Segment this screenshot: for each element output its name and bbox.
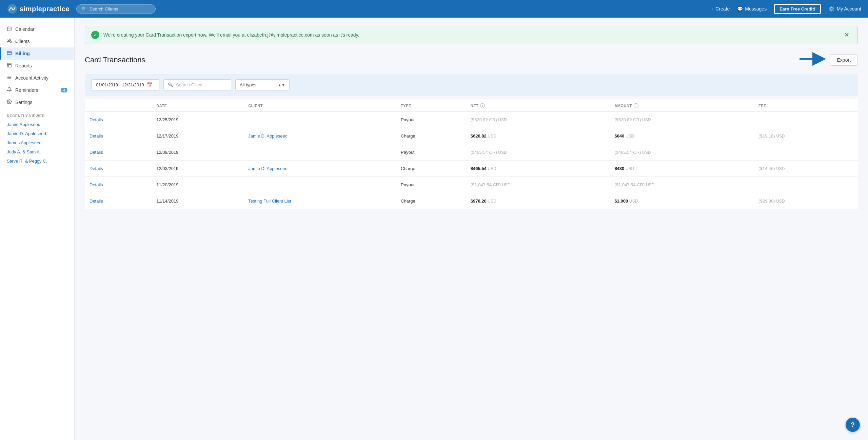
- table-row: Details12/03/2019Jamie D. AppleseedCharg…: [85, 161, 858, 177]
- recent-link-4[interactable]: Steve R. & Peggy C.: [0, 156, 74, 166]
- row-fee: ($29.80) USD: [754, 193, 858, 209]
- type-select[interactable]: All types ▲▼: [235, 79, 290, 90]
- sidebar-label-settings: Settings: [15, 100, 33, 105]
- earn-credit-button[interactable]: Earn Free Credit!: [774, 4, 821, 14]
- net-info-icon[interactable]: i: [480, 103, 485, 108]
- clients-icon: [7, 38, 12, 44]
- row-details-link[interactable]: Details: [85, 193, 152, 209]
- fee-value: ($14.46): [758, 166, 775, 171]
- logo-text: simplepractice: [20, 5, 70, 13]
- amount-info-icon[interactable]: i: [634, 103, 638, 108]
- search-bar[interactable]: 🔍: [76, 4, 156, 14]
- row-client[interactable]: Jamie D. Appleseed: [243, 161, 396, 177]
- row-amount: $640 USD: [610, 128, 754, 144]
- details-link[interactable]: Details: [90, 133, 103, 139]
- net-currency: USD: [498, 118, 507, 122]
- row-amount: $480 USD: [610, 161, 754, 177]
- net-value: $465.54: [471, 166, 487, 171]
- type-select-value: All types: [240, 82, 256, 87]
- client-link[interactable]: Testing Full Client List: [248, 198, 291, 204]
- row-client: [243, 144, 396, 161]
- sidebar-item-clients[interactable]: Clients: [0, 35, 74, 47]
- help-button[interactable]: ?: [846, 418, 860, 432]
- row-net: ($1,047.54 CR) USD: [466, 177, 610, 193]
- sidebar-item-calendar[interactable]: Calendar: [0, 23, 74, 35]
- row-net: ($620.82 CR) USD: [466, 112, 610, 128]
- col-amount: AMOUNT i: [610, 99, 754, 112]
- amount-value: ($465.54 CR): [614, 150, 641, 155]
- export-area: Export: [800, 52, 858, 68]
- table-body: Details12/25/2019Payout($620.82 CR) USD(…: [85, 112, 858, 209]
- net-value: ($1,047.54 CR): [471, 182, 501, 187]
- row-date: 12/25/2019: [152, 112, 243, 128]
- details-link[interactable]: Details: [90, 182, 103, 187]
- logo[interactable]: simplepractice: [7, 3, 70, 14]
- calendar-icon: [7, 26, 12, 32]
- sidebar-item-reports[interactable]: Reports: [0, 60, 74, 72]
- recent-link-1[interactable]: Jamie D. Appleseed: [0, 129, 74, 138]
- sidebar-label-account-activity: Account Activity: [15, 75, 48, 81]
- recent-link-2[interactable]: James Appleseed: [0, 138, 74, 147]
- arrow-right-icon: [800, 52, 827, 68]
- row-details-link[interactable]: Details: [85, 144, 152, 161]
- recent-link-3[interactable]: Judy A. & Sam A.: [0, 147, 74, 156]
- amount-value: $1,000: [614, 198, 628, 204]
- alert-banner: ✓ We're creating your Card Transaction e…: [85, 26, 858, 44]
- row-client[interactable]: Testing Full Client List: [243, 193, 396, 209]
- row-type: Charge: [396, 193, 466, 209]
- col-type: TYPE: [396, 99, 466, 112]
- create-button[interactable]: + Create: [711, 6, 730, 12]
- alert-close-button[interactable]: ✕: [842, 31, 851, 39]
- app-header: simplepractice 🔍 + Create 💬 Messages Ear…: [0, 0, 868, 18]
- row-type: Payout: [396, 144, 466, 161]
- row-details-link[interactable]: Details: [85, 112, 152, 128]
- net-value: ($620.82 CR): [471, 117, 497, 122]
- amount-currency: USD: [629, 199, 638, 204]
- search-client-input[interactable]: 🔍 Search Client: [163, 79, 231, 90]
- sidebar-item-account-activity[interactable]: Account Activity: [0, 72, 74, 84]
- row-amount: ($465.54 CR) USD: [610, 144, 754, 161]
- row-details-link[interactable]: Details: [85, 161, 152, 177]
- my-account-button[interactable]: ⚙️ My Account: [828, 6, 861, 12]
- col-client: CLIENT: [243, 99, 396, 112]
- export-button[interactable]: Export: [830, 54, 858, 66]
- details-link[interactable]: Details: [90, 117, 103, 122]
- amount-value: ($620.82 CR): [614, 117, 641, 122]
- row-details-link[interactable]: Details: [85, 177, 152, 193]
- client-link[interactable]: Jamie D. Appleseed: [248, 166, 288, 171]
- date-range-picker[interactable]: 01/01/2019 - 12/31/2019 📅: [92, 79, 159, 90]
- date-range-value: 01/01/2019 - 12/31/2019: [96, 82, 144, 87]
- row-fee: [754, 177, 858, 193]
- messages-icon: 💬: [737, 6, 743, 12]
- sidebar-item-settings[interactable]: Settings: [0, 96, 74, 108]
- details-link[interactable]: Details: [90, 150, 103, 155]
- search-client-icon: 🔍: [168, 82, 173, 87]
- details-link[interactable]: Details: [90, 166, 103, 171]
- search-icon: 🔍: [81, 6, 87, 12]
- row-client[interactable]: Jamie D. Appleseed: [243, 128, 396, 144]
- amount-value: $480: [614, 166, 624, 171]
- row-date: 11/14/2019: [152, 193, 243, 209]
- gear-icon: ⚙️: [828, 6, 835, 12]
- client-link[interactable]: Jamie D. Appleseed: [248, 133, 288, 139]
- main-layout: Calendar Clients Billing Reports Account…: [0, 18, 868, 440]
- select-arrows-icon: ▲▼: [278, 83, 285, 87]
- fee-currency: USD: [776, 199, 785, 204]
- sidebar-item-reminders[interactable]: Reminders 4: [0, 84, 74, 96]
- col-fee: FEE: [754, 99, 858, 112]
- sidebar-label-clients: Clients: [15, 39, 30, 44]
- messages-button[interactable]: 💬 Messages: [737, 6, 767, 12]
- recent-link-0[interactable]: Jamie Appleseed: [0, 120, 74, 129]
- details-link[interactable]: Details: [90, 198, 103, 204]
- search-input[interactable]: [90, 6, 151, 12]
- row-fee: [754, 112, 858, 128]
- filter-bar: 01/01/2019 - 12/31/2019 📅 🔍 Search Clien…: [85, 74, 858, 96]
- row-type: Charge: [396, 128, 466, 144]
- row-details-link[interactable]: Details: [85, 128, 152, 144]
- row-fee: ($19.18) USD: [754, 128, 858, 144]
- row-type: Payout: [396, 177, 466, 193]
- settings-icon: [7, 99, 12, 105]
- row-fee: [754, 144, 858, 161]
- sidebar-item-billing[interactable]: Billing: [0, 47, 74, 60]
- reports-icon: [7, 63, 12, 69]
